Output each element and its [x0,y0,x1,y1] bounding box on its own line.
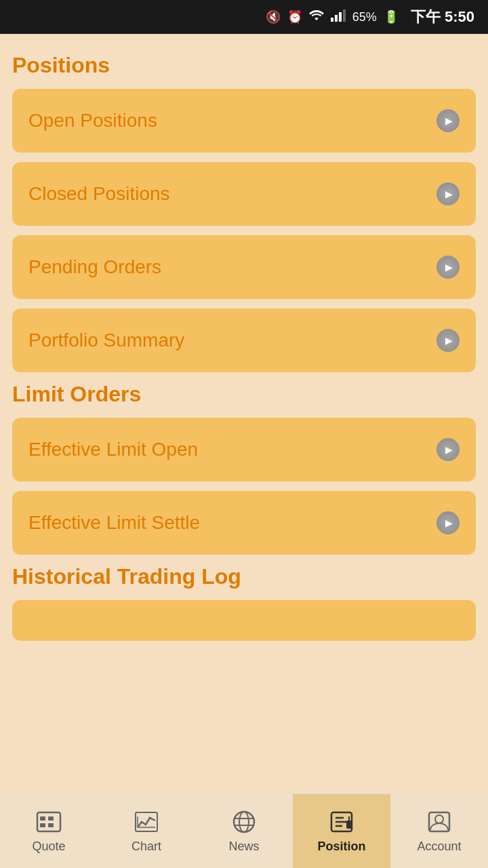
open-positions-chevron [436,109,460,132]
mute-icon: 🔇 [266,9,281,24]
nav-account[interactable]: Account [390,794,488,868]
portfolio-summary-item[interactable]: Portfolio Summary [12,309,476,372]
nav-quote[interactable]: Quote [0,794,98,868]
svg-rect-8 [48,823,54,827]
wifi-icon [309,9,324,25]
closed-positions-label: Closed Positions [28,183,170,205]
svg-rect-4 [37,812,60,831]
nav-quote-label: Quote [32,840,65,854]
alarm-icon: ⏰ [287,9,302,24]
nav-position[interactable]: Position [293,794,390,868]
svg-point-12 [234,812,254,832]
effective-limit-settle-item[interactable]: Effective Limit Settle [12,491,476,555]
effective-limit-settle-label: Effective Limit Settle [28,512,200,534]
nav-chart-label: Chart [131,840,161,854]
nav-position-label: Position [318,840,366,854]
effective-limit-settle-chevron [436,511,460,534]
nav-chart[interactable]: Chart [98,794,195,868]
open-positions-label: Open Positions [28,110,157,132]
svg-rect-2 [339,12,342,22]
svg-point-23 [435,815,443,823]
position-icon [327,808,357,835]
svg-rect-20 [346,821,352,829]
closed-positions-item[interactable]: Closed Positions [12,162,476,226]
status-icons: 🔇 ⏰ 65% 🔋 [266,9,399,25]
svg-point-13 [239,812,249,832]
open-positions-item[interactable]: Open Positions [12,89,476,153]
svg-rect-5 [40,816,45,821]
historical-trading-log-item[interactable] [12,600,476,641]
battery-text: 65% [352,10,377,24]
main-content: Positions Open Positions Closed Position… [0,34,488,793]
nav-news-label: News [228,840,259,854]
battery-icon: 🔋 [384,9,399,24]
account-icon [424,808,454,835]
pending-orders-label: Pending Orders [28,256,161,278]
portfolio-summary-chevron [436,329,460,352]
positions-header: Positions [12,53,476,78]
historical-trading-log-header: Historical Trading Log [12,564,476,589]
closed-positions-chevron [436,182,460,205]
status-time: 下午 5:50 [411,7,474,27]
svg-rect-0 [331,18,333,22]
quote-icon [34,808,64,835]
effective-limit-open-chevron [436,438,460,461]
pending-orders-chevron [436,256,460,279]
svg-rect-6 [48,816,54,821]
chart-icon [131,808,161,835]
svg-rect-7 [40,823,45,827]
nav-account-label: Account [417,840,461,854]
signal-icon [331,9,346,25]
news-icon [229,808,259,835]
nav-news[interactable]: News [195,794,293,868]
status-bar: 🔇 ⏰ 65% 🔋 下午 5:50 [0,0,488,34]
portfolio-summary-label: Portfolio Summary [28,330,184,351]
effective-limit-open-label: Effective Limit Open [28,439,198,460]
svg-rect-3 [343,9,346,22]
pending-orders-item[interactable]: Pending Orders [12,235,476,299]
effective-limit-open-item[interactable]: Effective Limit Open [12,418,476,481]
bottom-nav: Quote Chart News [0,793,488,868]
svg-rect-1 [335,15,338,22]
limit-orders-header: Limit Orders [12,382,476,407]
